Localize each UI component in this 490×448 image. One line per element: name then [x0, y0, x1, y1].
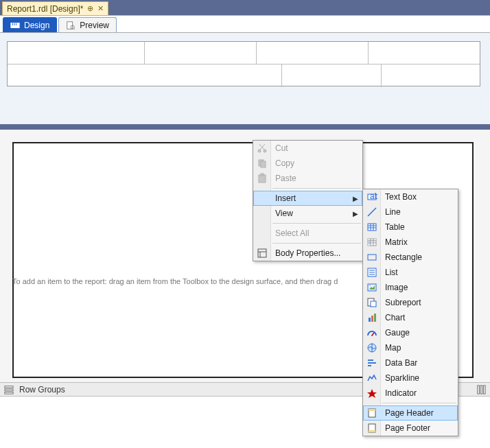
svg-rect-20	[261, 174, 264, 176]
svg-rect-11	[480, 385, 482, 393]
ctx-paste[interactable]: Paste	[253, 171, 362, 186]
textbox-icon: ab	[366, 191, 377, 202]
insert-table-label: Table	[385, 222, 405, 232]
svg-line-26	[368, 208, 376, 216]
insert-page-header-label: Page Header	[385, 408, 434, 418]
insert-sparkline[interactable]: Sparkline	[363, 370, 458, 386]
svg-rect-19	[259, 175, 266, 182]
svg-rect-18	[261, 161, 266, 167]
subreport-icon	[366, 297, 377, 308]
ctx-cut[interactable]: Cut	[253, 141, 362, 156]
ctx-select-all[interactable]: Select All	[253, 226, 362, 241]
line-icon	[366, 207, 377, 217]
document-tab-title: Report1.rdl [Design]*	[7, 4, 83, 14]
ctx-copy[interactable]: Copy	[253, 156, 362, 171]
svg-rect-12	[484, 385, 486, 393]
insert-rectangle[interactable]: Rectangle	[363, 250, 458, 265]
insert-list-label: List	[385, 268, 398, 277]
insert-map[interactable]: Map	[363, 340, 458, 355]
insert-page-footer-label: Page Footer	[385, 423, 430, 433]
svg-rect-56	[368, 359, 373, 361]
insert-line[interactable]: Line	[363, 204, 458, 220]
svg-rect-21	[258, 249, 266, 257]
insert-chart-label: Chart	[385, 313, 405, 322]
properties-icon	[257, 248, 268, 259]
document-tab[interactable]: Report1.rdl [Design]* ⊕ ✕	[2, 1, 108, 15]
pin-icon[interactable]: ⊕	[87, 4, 93, 13]
svg-point-46	[369, 285, 371, 286]
ctx-body-properties-label: Body Properties...	[275, 248, 340, 258]
insert-map-label: Map	[385, 343, 401, 353]
matrix-icon	[366, 237, 377, 248]
document-tab-strip: Report1.rdl [Design]* ⊕ ✕	[0, 0, 490, 15]
gauge-icon	[366, 327, 377, 338]
insert-page-footer[interactable]: Page Footer	[363, 421, 458, 436]
close-icon[interactable]: ✕	[97, 4, 104, 13]
tab-preview-label: Preview	[80, 21, 109, 30]
svg-rect-8	[5, 389, 13, 391]
insert-indicator-label: Indicator	[385, 388, 417, 398]
insert-matrix[interactable]: Matrix	[363, 235, 458, 250]
column-groups-icon[interactable]	[476, 385, 486, 394]
chevron-right-icon: ▶	[353, 210, 358, 217]
insert-page-header[interactable]: Page Header	[363, 405, 458, 421]
insert-gauge-label: Gauge	[385, 328, 410, 338]
insert-table[interactable]: Table	[363, 220, 458, 235]
tab-preview[interactable]: Preview	[58, 17, 117, 32]
rectangle-icon	[366, 252, 377, 263]
insert-subreport-label: Subreport	[385, 298, 421, 307]
svg-rect-7	[5, 386, 13, 388]
insert-submenu: ab Text Box Line Table Matrix Rectangle …	[362, 189, 458, 436]
insert-line-label: Line	[385, 207, 401, 217]
image-icon	[366, 282, 377, 293]
ruler-icon	[10, 21, 20, 30]
insert-image[interactable]: Image	[363, 280, 458, 295]
svg-rect-49	[369, 318, 371, 322]
svg-text:ab: ab	[370, 191, 377, 201]
insert-gauge[interactable]: Gauge	[363, 325, 458, 340]
svg-rect-10	[478, 385, 480, 393]
insert-chart[interactable]: Chart	[363, 310, 458, 325]
ctx-view-label: View	[275, 209, 293, 218]
ctx-separator	[272, 188, 361, 189]
svg-rect-57	[368, 362, 376, 364]
tablix-preview[interactable]	[7, 41, 480, 86]
insert-textbox-label: Text Box	[385, 192, 417, 202]
insert-indicator[interactable]: Indicator	[363, 386, 458, 401]
row-groups-icon	[4, 385, 14, 394]
ctx-body-properties[interactable]: Body Properties...	[253, 246, 362, 261]
svg-rect-51	[374, 314, 376, 322]
ctx-view[interactable]: View ▶	[253, 206, 362, 221]
ctx-separator	[382, 403, 456, 403]
svg-line-16	[259, 144, 264, 150]
paste-icon	[257, 173, 268, 184]
insert-databar[interactable]: Data Bar	[363, 355, 458, 370]
svg-rect-61	[369, 409, 375, 411]
insert-image-label: Image	[385, 283, 408, 292]
ctx-cut-label: Cut	[275, 143, 288, 153]
insert-matrix-label: Matrix	[385, 237, 408, 247]
insert-sparkline-label: Sparkline	[385, 373, 419, 383]
sparkline-icon	[366, 373, 377, 384]
tab-design-label: Design	[24, 21, 49, 30]
ctx-insert[interactable]: Insert ▶	[253, 191, 362, 206]
pane-divider[interactable]	[0, 124, 490, 130]
insert-textbox[interactable]: ab Text Box	[363, 189, 458, 204]
tab-design[interactable]: Design	[3, 17, 57, 32]
mode-tab-strip: Design Preview	[0, 15, 490, 33]
ctx-insert-label: Insert	[275, 193, 296, 203]
ctx-separator	[272, 243, 361, 244]
svg-point-53	[371, 335, 373, 336]
svg-point-14	[264, 150, 266, 152]
svg-rect-0	[11, 23, 19, 27]
page-header-icon	[366, 408, 377, 418]
insert-subreport[interactable]: Subreport	[363, 295, 458, 310]
insert-list[interactable]: List	[363, 265, 458, 280]
chevron-right-icon: ▶	[353, 195, 358, 202]
copy-icon	[257, 158, 268, 169]
svg-rect-58	[368, 365, 371, 366]
indicator-icon	[366, 388, 377, 399]
table-icon	[366, 222, 377, 233]
list-icon	[366, 267, 377, 278]
cut-icon	[257, 143, 268, 154]
